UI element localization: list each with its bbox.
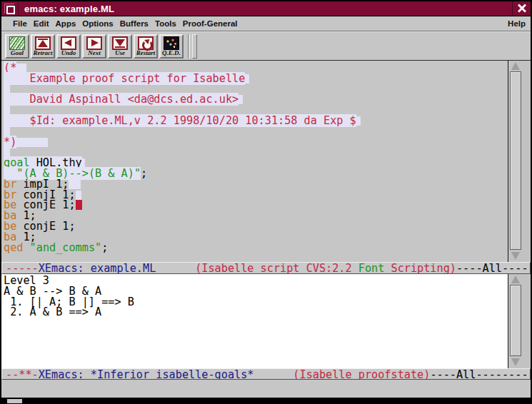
modeline-segment: --**-: [6, 368, 39, 380]
toolbar-button-retract[interactable]: Retract: [31, 34, 55, 59]
modeline-segment: [156, 262, 195, 274]
modeline-segment: Font: [358, 262, 385, 274]
script-line: "(A & B)-->(B & A)";: [1, 168, 508, 179]
script-text-segment: David Aspinall <da@dcs.ed.ac.uk>: [4, 93, 239, 106]
script-line: David Aspinall <da@dcs.ed.ac.uk>: [1, 94, 508, 105]
qed-icon: [164, 36, 179, 50]
toolbar-button-goal[interactable]: Goal: [5, 34, 29, 59]
goals-buffer[interactable]: Level 3A & B --> B & A 1. [| A; B |] ==>…: [1, 274, 508, 368]
retract-icon: [35, 36, 51, 50]
script-line: *): [1, 137, 508, 148]
script-text-segment: $Id: example.ML,v 2.2 1998/10/20 10:31:5…: [4, 114, 356, 127]
script-text-segment: qed: [4, 241, 23, 254]
scroll-down-arrow-icon[interactable]: [511, 358, 521, 367]
toolbar-separator: [188, 34, 190, 59]
modeline-segment: -----: [6, 262, 39, 274]
titlebar-divider: [18, 1, 19, 16]
menu-item-proof-general[interactable]: Proof-General: [183, 19, 238, 28]
window-resize-handle[interactable]: [7, 399, 22, 403]
script-text-segment: ;: [101, 241, 108, 254]
desktop: { "window": { "title": "emacs: example.M…: [0, 0, 532, 404]
script-line: [1, 126, 508, 137]
menu-item-file[interactable]: File: [13, 19, 27, 28]
script-text-segment: ;: [141, 167, 147, 180]
toolbar-button-use[interactable]: Use: [108, 34, 132, 59]
modeline-segment: [254, 368, 293, 380]
goal-icon: [9, 36, 25, 50]
toolbar-button-label: Next: [88, 50, 101, 56]
scrollbar-thumb[interactable]: [510, 71, 521, 250]
title-bar[interactable]: emacs: example.ML: [1, 1, 531, 16]
modeline-segment: ----All---------: [430, 368, 531, 380]
window-title: emacs: example.ML: [24, 4, 114, 14]
next-icon: [86, 36, 102, 50]
text-cursor: [76, 200, 82, 210]
modeline-segment: Scripting): [384, 262, 456, 274]
use-icon: [112, 36, 128, 50]
script-line: qed "and_comms";: [1, 243, 508, 253]
script-scrollbar[interactable]: [508, 61, 531, 262]
goals-line: 2. A & B ==> A: [1, 307, 508, 318]
toolbar-separator: [192, 34, 197, 59]
scrollbar-thumb[interactable]: [510, 285, 521, 356]
script-line: ba 1;: [1, 211, 508, 221]
modeline-segment: (Isabelle script CVS:2.2: [195, 262, 358, 274]
menu-item-options[interactable]: Options: [82, 19, 113, 28]
menu-item-help[interactable]: Help: [508, 19, 526, 28]
toolbar-button-restart[interactable]: Restart: [134, 34, 158, 59]
locked-region-mark: [4, 127, 10, 136]
goals-scrollbar[interactable]: [508, 274, 531, 368]
script-line: be conjE 1;: [1, 221, 508, 232]
toolbar-button-q-e-d[interactable]: Q.E.D.: [159, 34, 184, 59]
script-text-segment: "and_comms": [30, 241, 102, 254]
script-line: br conjI 1;: [1, 190, 508, 201]
script-text-segment: *): [4, 136, 16, 148]
toolbar-button-label: Q.E.D.: [162, 50, 181, 56]
locked-region-mark: [16, 138, 48, 147]
locked-region-mark: [239, 95, 243, 104]
xemacs-window: emacs: example.ML FileEditAppsOptionsBuf…: [1, 1, 531, 398]
toolbar-button-label: Goal: [11, 50, 24, 56]
locked-region-mark: [245, 74, 249, 84]
script-line: Example proof script for Isabelle: [1, 74, 508, 84]
script-line: $Id: example.ML,v 2.2 1998/10/20 10:31:5…: [1, 116, 508, 126]
minibuffer-echo-area[interactable]: [1, 380, 531, 398]
modeline-segment: (Isabelle proofstate): [293, 368, 430, 380]
modeline-segment: XEmacs: *Inferior isabelle-goals*: [39, 368, 254, 380]
toolbar-button-label: Retract: [34, 50, 53, 56]
script-text-segment: Example proof script for Isabelle: [4, 72, 245, 85]
window-menu-button[interactable]: [4, 4, 15, 14]
goals-buffer-area: Level 3A & B --> B & A 1. [| A; B |] ==>…: [1, 274, 531, 368]
script-buffer-area: (* Example proof script for Isabelle Dav…: [1, 61, 531, 262]
script-line: br impI 1;: [1, 179, 508, 190]
script-buffer[interactable]: (* Example proof script for Isabelle Dav…: [1, 61, 508, 262]
toolbar-button-label: Undo: [61, 50, 76, 56]
restart-icon: [138, 36, 154, 50]
locked-region-mark: [76, 191, 81, 200]
script-line: be conjE 1;: [1, 200, 508, 211]
menu-item-buffers[interactable]: Buffers: [120, 19, 149, 28]
script-modeline[interactable]: -----XEmacs: example.ML (Isabelle script…: [1, 262, 531, 274]
toolbar-button-label: Restart: [136, 50, 156, 56]
modeline-segment: ----All-----: [456, 262, 531, 274]
scroll-down-arrow-icon[interactable]: [511, 252, 521, 261]
menu-bar: FileEditAppsOptionsBuffersToolsProof-Gen…: [1, 16, 531, 31]
goals-modeline[interactable]: --**-XEmacs: *Inferior isabelle-goals* (…: [1, 368, 531, 380]
toolbar-button-label: Use: [115, 50, 125, 56]
scroll-up-arrow-icon[interactable]: [511, 276, 521, 284]
close-icon: [517, 4, 527, 14]
undo-icon: [61, 36, 76, 50]
toolbar-button-next[interactable]: Next: [82, 34, 106, 59]
menu-item-apps[interactable]: Apps: [56, 19, 76, 28]
locked-region-mark: [356, 116, 361, 126]
scroll-up-arrow-icon[interactable]: [511, 62, 521, 71]
script-text-segment: [23, 241, 29, 254]
toolbar: GoalRetractUndoNextUseRestartQ.E.D.: [1, 31, 531, 61]
close-button[interactable]: [512, 1, 531, 16]
menu-item-tools[interactable]: Tools: [155, 19, 176, 28]
toolbar-button-undo[interactable]: Undo: [56, 34, 81, 59]
menu-item-edit[interactable]: Edit: [34, 19, 49, 28]
modeline-segment: XEmacs: example.ML: [39, 262, 156, 274]
